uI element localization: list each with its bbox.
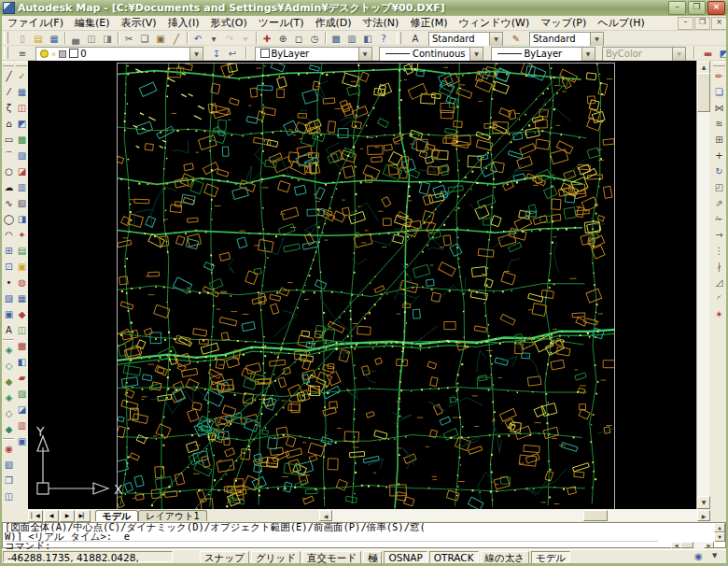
- doc-minimize-button[interactable]: –: [678, 17, 693, 30]
- match-properties-icon[interactable]: ╱: [169, 32, 185, 46]
- menu-寸法[interactable]: 寸法(N): [357, 16, 405, 30]
- region-icon[interactable]: ▣: [2, 307, 16, 322]
- toggle-スナップ[interactable]: スナップ: [200, 551, 249, 564]
- trim-icon[interactable]: ✁: [712, 212, 726, 227]
- scroll-up-icon[interactable]: ▲: [714, 523, 725, 532]
- fillet-icon[interactable]: ◜: [712, 291, 726, 306]
- layer-previous-icon[interactable]: ↩: [225, 47, 241, 61]
- spline-icon[interactable]: ∿: [2, 196, 16, 211]
- dim-style-combo[interactable]: Standard ▼: [529, 32, 604, 47]
- tab-nav-first-icon[interactable]: ▏◀: [28, 510, 43, 522]
- menu-作成[interactable]: 作成(D): [310, 16, 357, 30]
- vertical-scrollbar[interactable]: ▲ ▼: [696, 61, 709, 509]
- map-digitize-1-icon[interactable]: ◈: [2, 343, 16, 358]
- map-digitize-4-icon[interactable]: ◈: [2, 390, 16, 405]
- text-style-combo[interactable]: Standard ▼: [428, 32, 503, 47]
- map-edit-3-icon[interactable]: ❐: [2, 474, 16, 488]
- map-b-15-icon[interactable]: ▦: [15, 291, 29, 306]
- polyline-icon[interactable]: ζ: [2, 101, 16, 116]
- map-b-9-icon[interactable]: ▧: [15, 196, 29, 211]
- explode-icon[interactable]: ✶: [712, 307, 726, 322]
- tool-palettes-icon[interactable]: ▥: [344, 32, 360, 46]
- toolbar-grip[interactable]: [713, 62, 725, 66]
- map-b-18-icon[interactable]: ▩: [15, 339, 29, 354]
- save-icon[interactable]: ▦: [47, 32, 63, 46]
- open-folder-icon[interactable]: ▤: [31, 32, 47, 46]
- line-icon[interactable]: ╱: [2, 69, 16, 84]
- circle-icon[interactable]: ○: [2, 164, 16, 179]
- extend-icon[interactable]: →: [712, 228, 726, 243]
- arc-icon[interactable]: ⌒: [2, 149, 16, 163]
- drawing-viewport[interactable]: YX: [28, 61, 696, 509]
- map-b-24-icon[interactable]: ▣: [15, 434, 29, 449]
- insert-block-icon[interactable]: ⊞: [2, 244, 16, 259]
- tab-レイアウト1[interactable]: レイアウト1: [138, 510, 207, 521]
- menu-ファイル[interactable]: ファイル(F): [2, 16, 69, 30]
- map-b-10-icon[interactable]: ◨: [15, 212, 29, 227]
- chamfer-icon[interactable]: ◿: [712, 276, 726, 290]
- toolbar-grip[interactable]: [397, 32, 401, 44]
- layer-combo[interactable]: ☀0 ▼: [35, 47, 203, 62]
- vertical-scroll-thumb[interactable]: [697, 73, 710, 112]
- toolbar-grip[interactable]: [3, 62, 14, 66]
- zoom-previous-icon[interactable]: ◷: [307, 32, 323, 46]
- toggle-グリッド[interactable]: グリッド: [251, 551, 301, 564]
- lineweight-combo[interactable]: ByLayer ▼: [491, 47, 595, 62]
- map-b-3-icon[interactable]: ◫: [15, 101, 29, 116]
- map-b-14-icon[interactable]: ◍: [15, 276, 29, 290]
- undo-icon[interactable]: ↶: [190, 32, 206, 46]
- plot-icon[interactable]: ▄: [68, 32, 84, 46]
- command-scroll-thumb[interactable]: [680, 542, 693, 548]
- map-digitize-5-icon[interactable]: ◇: [2, 406, 16, 421]
- scroll-left-icon[interactable]: ◀: [319, 510, 332, 521]
- map-digitize-6-icon[interactable]: ◆: [2, 422, 16, 437]
- menu-表示[interactable]: 表示(V): [116, 16, 162, 30]
- break-at-point-icon[interactable]: ⋮: [712, 244, 726, 259]
- tab-モデル[interactable]: モデル: [95, 510, 139, 521]
- multiline-text-icon[interactable]: A: [2, 323, 16, 338]
- scroll-down-icon[interactable]: ▼: [697, 496, 710, 509]
- toggle-モデル[interactable]: モデル: [531, 551, 570, 564]
- undo-options-icon[interactable]: ▾: [206, 32, 222, 46]
- rotate-icon[interactable]: ↻: [712, 164, 726, 179]
- menu-ウィンドウ[interactable]: ウィンドウ(W): [453, 16, 535, 30]
- publish-icon[interactable]: ◨: [100, 32, 116, 46]
- mirror-icon[interactable]: ⋈: [712, 101, 726, 116]
- copy-clip-icon[interactable]: ❏: [137, 32, 153, 46]
- scroll-right-icon[interactable]: ▶: [704, 542, 714, 548]
- map-b-20-icon[interactable]: ▰: [15, 371, 29, 386]
- map-b-22-icon[interactable]: ◪: [15, 403, 29, 417]
- array-icon[interactable]: ⊞: [712, 133, 726, 148]
- scroll-down-icon[interactable]: ▼: [714, 532, 725, 542]
- chevron-down-icon[interactable]: ▼: [581, 48, 595, 61]
- map-b-17-icon[interactable]: ◫: [15, 323, 29, 338]
- hatch-icon[interactable]: ▨: [2, 291, 16, 306]
- menu-編集[interactable]: 編集(E): [69, 16, 116, 30]
- map-tool-1-icon[interactable]: ▬: [700, 47, 716, 61]
- menu-挿入[interactable]: 挿入(I): [162, 16, 205, 30]
- toggle-直交モード[interactable]: 直交モード: [302, 551, 361, 564]
- toolbar-grip[interactable]: [16, 62, 27, 66]
- copy-object-icon[interactable]: ❏: [712, 85, 726, 100]
- chevron-down-icon[interactable]: ▼: [358, 48, 371, 61]
- toggle-OSNAP[interactable]: OSNAP: [384, 551, 427, 564]
- minimize-button[interactable]: –: [668, 1, 686, 15]
- help-icon[interactable]: ?: [376, 32, 392, 46]
- map-digitize-3-icon[interactable]: ◆: [2, 375, 16, 389]
- restore-button[interactable]: ❐: [688, 1, 706, 15]
- tab-nav-last-icon[interactable]: ▶▏: [76, 510, 91, 522]
- cut-icon[interactable]: ✂: [121, 32, 137, 46]
- map-b-19-icon[interactable]: ◧: [15, 355, 29, 370]
- construction-line-icon[interactable]: ⁄: [2, 85, 16, 100]
- layer-manager-icon[interactable]: ≡: [15, 47, 31, 61]
- command-window[interactable]: [図面全体(A)/中心点(C)/ダイナミック(D)/オブジェクト範囲(E)/前画…: [2, 522, 726, 548]
- scale-icon[interactable]: ◰: [712, 180, 726, 195]
- menu-マップ[interactable]: マップ(P): [535, 16, 592, 30]
- status-menu-caret-icon[interactable]: ▼: [712, 552, 717, 559]
- chevron-down-icon[interactable]: ▼: [489, 33, 502, 46]
- tab-nav-next-icon[interactable]: ▶: [60, 510, 75, 522]
- scroll-right-icon[interactable]: ▶: [697, 510, 710, 521]
- toggle-OTRACK[interactable]: OTRACK: [429, 551, 479, 564]
- doc-close-button[interactable]: ×: [711, 17, 727, 30]
- map-b-12-icon[interactable]: ▤: [15, 244, 29, 259]
